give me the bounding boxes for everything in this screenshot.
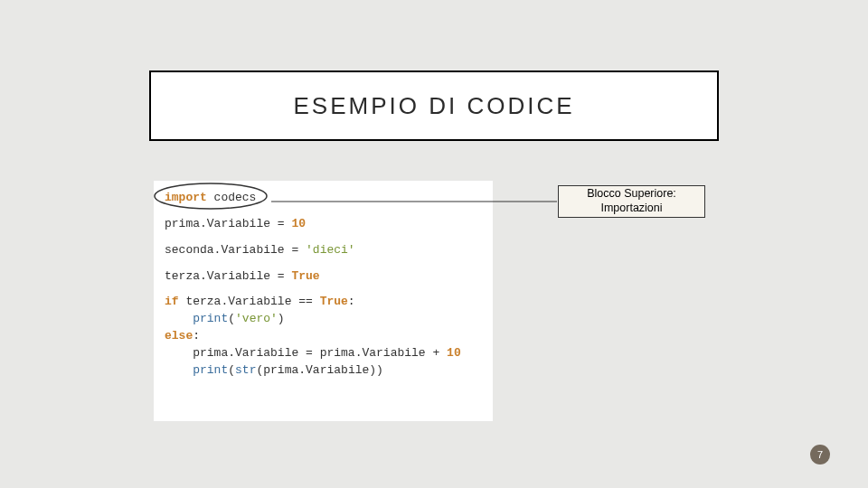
var-name: seconda.Variabile: [165, 243, 291, 257]
blank-line: [165, 233, 482, 242]
paren: (: [228, 363, 235, 377]
fn-str: str: [235, 363, 256, 377]
string-literal: 'dieci': [306, 243, 355, 257]
op: =: [278, 217, 292, 230]
paren: (: [228, 312, 235, 325]
annotation-line1: Blocco Superiore:: [587, 187, 676, 202]
annotation-line2: Importazioni: [600, 202, 662, 216]
op: ==: [298, 295, 319, 308]
string-literal: 'vero': [235, 312, 278, 325]
import-module: codecs: [207, 191, 257, 204]
paren: ): [376, 363, 383, 377]
var-name: prima.Variabile: [193, 346, 306, 360]
code-line-else: else:: [165, 328, 482, 345]
blank-line: [165, 259, 482, 268]
op: +: [432, 346, 447, 360]
blank-line: [165, 285, 482, 294]
page-number: 7: [817, 449, 823, 460]
var-name: prima.Variabile: [320, 346, 433, 360]
fn-print: print: [193, 363, 228, 377]
code-line-print-str: print(str(prima.Variabile)): [165, 362, 482, 380]
keyword-else: else: [165, 329, 193, 343]
indent: [165, 363, 193, 377]
blank-line: [165, 207, 482, 216]
int-literal: 10: [447, 346, 461, 360]
code-snippet: import codecs prima.Variabile = 10 secon…: [154, 181, 493, 421]
page-number-badge: 7: [810, 445, 830, 465]
colon: :: [193, 329, 200, 343]
paren: ): [369, 363, 376, 377]
bool-literal: True: [320, 295, 348, 308]
slide-title: ESEMPIO DI CODICE: [293, 92, 574, 120]
code-line-3: seconda.Variabile = 'dieci': [165, 242, 482, 259]
fn-print: print: [193, 312, 228, 325]
op: =: [278, 269, 292, 283]
var-name: prima.Variabile: [165, 217, 278, 230]
var-name: terza.Variabile: [179, 295, 299, 308]
code-line-2: prima.Variabile = 10: [165, 216, 482, 233]
keyword-import: import: [165, 191, 207, 204]
op: =: [306, 346, 320, 360]
bool-literal: True: [291, 269, 319, 283]
var-name: terza.Variabile: [165, 269, 278, 283]
slide-title-box: ESEMPIO DI CODICE: [149, 70, 719, 141]
paren: ): [278, 312, 285, 325]
code-line-if: if terza.Variabile == True:: [165, 294, 482, 311]
code-line-print-vero: print('vero'): [165, 311, 482, 328]
code-line-import: import codecs: [165, 190, 482, 207]
keyword-if: if: [165, 295, 179, 308]
var-name: prima.Variabile: [263, 363, 369, 377]
indent: [165, 312, 193, 325]
colon: :: [348, 295, 355, 308]
annotation-callout: Blocco Superiore: Importazioni: [558, 185, 705, 218]
code-line-assign: prima.Variabile = prima.Variabile + 10: [165, 345, 482, 362]
int-literal: 10: [291, 217, 306, 230]
code-line-4: terza.Variabile = True: [165, 268, 482, 286]
op: =: [291, 243, 306, 257]
indent: [165, 346, 193, 360]
